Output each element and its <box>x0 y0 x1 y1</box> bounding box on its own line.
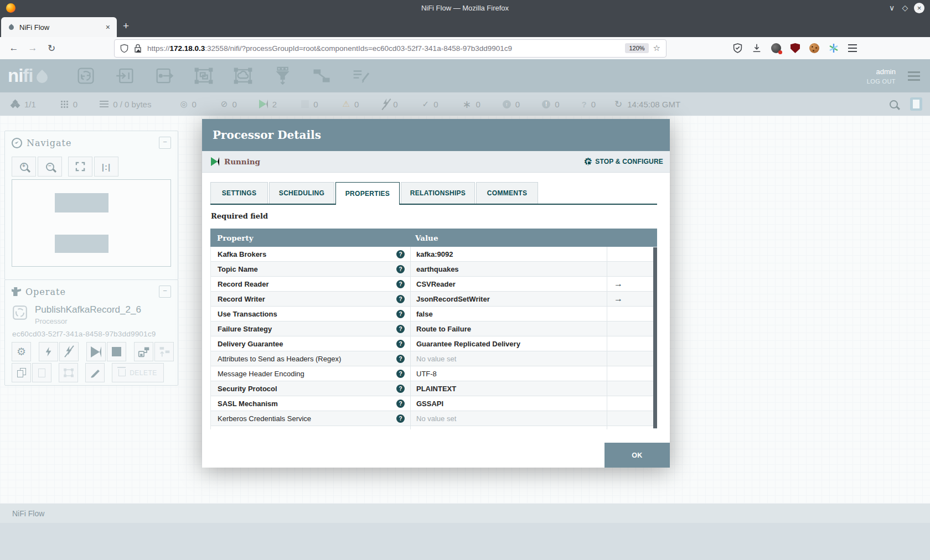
property-name: Security Protocol <box>218 385 396 393</box>
property-value[interactable]: false <box>410 307 607 321</box>
goto-cell <box>607 381 654 396</box>
forward-button[interactable]: → <box>23 43 42 54</box>
property-name: Record Reader <box>218 280 396 288</box>
tab-close-icon[interactable]: × <box>106 23 110 32</box>
tab-comments[interactable]: COMMENTS <box>476 182 538 204</box>
property-row[interactable]: Message Header Encoding?UTF-8 <box>211 366 657 381</box>
property-value[interactable]: No value set <box>410 351 607 366</box>
property-row[interactable]: Kafka Brokers?kafka:9092 <box>211 247 657 262</box>
extension-cookie-icon[interactable] <box>809 43 819 53</box>
help-icon[interactable]: ? <box>396 265 405 273</box>
bookmark-star-icon[interactable]: ☆ <box>653 43 660 53</box>
run-status-label: Running <box>224 157 260 166</box>
ok-button[interactable]: OK <box>604 443 670 468</box>
help-icon[interactable]: ? <box>396 370 405 378</box>
processor-details-dialog: Processor Details Running ⚙ STOP & CONFI… <box>202 119 670 468</box>
help-icon[interactable]: ? <box>396 340 405 348</box>
dialog-tabs: SETTINGS SCHEDULING PROPERTIES RELATIONS… <box>210 182 657 205</box>
stop-and-configure-button[interactable]: ⚙ STOP & CONFIGURE <box>584 157 663 167</box>
reload-button[interactable]: ↻ <box>42 43 61 54</box>
help-icon[interactable]: ? <box>396 250 405 258</box>
property-value[interactable]: UTF-8 <box>410 366 607 381</box>
property-row[interactable]: ?No value set <box>211 426 657 429</box>
property-value[interactable]: No value set <box>410 426 607 429</box>
property-row[interactable]: Attributes to Send as Headers (Regex)?No… <box>211 351 657 366</box>
browser-tabbar: NiFi Flow × + <box>0 15 930 37</box>
property-value[interactable]: kafka:9092 <box>410 247 607 261</box>
help-icon[interactable]: ? <box>396 280 405 288</box>
goto-cell <box>607 396 654 411</box>
tab-scheduling[interactable]: SCHEDULING <box>269 182 334 204</box>
property-name: Record Writer <box>218 295 396 303</box>
browser-toolbar: ← → ↻ https://172.18.0.3:32558/nifi/?pro… <box>0 37 930 60</box>
downloads-icon[interactable] <box>752 43 762 53</box>
property-row[interactable]: Use Transactions?false <box>211 307 657 322</box>
property-value[interactable]: JsonRecordSetWriter <box>410 292 607 306</box>
protections-shield-icon[interactable] <box>733 43 742 53</box>
scrollbar-thumb[interactable] <box>653 247 657 428</box>
shield-permissions-icon[interactable] <box>120 44 128 53</box>
goto-cell <box>607 322 654 336</box>
property-value[interactable]: Route to Failure <box>410 322 607 336</box>
help-icon[interactable]: ? <box>396 295 405 303</box>
help-icon[interactable]: ? <box>396 325 405 333</box>
goto-cell <box>607 262 654 276</box>
goto-cell <box>607 411 654 426</box>
property-row[interactable]: Failure Strategy?Route to Failure <box>211 322 657 336</box>
help-icon[interactable]: ? <box>396 355 405 363</box>
property-value[interactable]: No value set <box>410 411 607 426</box>
properties-table-body: Kafka Brokers?kafka:9092Topic Name?earth… <box>210 247 657 429</box>
table-scrollbar[interactable] <box>653 247 657 429</box>
dialog-header: Processor Details <box>202 119 670 151</box>
url-text[interactable]: https://172.18.0.3:32558/nifi/?processGr… <box>147 44 625 53</box>
help-icon[interactable]: ? <box>396 414 405 423</box>
property-name: Failure Strategy <box>218 325 396 333</box>
dialog-status-bar: Running ⚙ STOP & CONFIGURE <box>202 151 670 173</box>
property-value[interactable]: earthquakes <box>410 262 607 276</box>
goto-cell <box>607 336 654 351</box>
nifi-favicon <box>8 24 15 31</box>
property-row[interactable]: Security Protocol?PLAINTEXT <box>211 381 657 396</box>
help-icon[interactable]: ? <box>396 385 405 393</box>
lock-warning-icon[interactable] <box>134 44 142 53</box>
property-name: SASL Mechanism <box>218 400 396 408</box>
property-value[interactable]: CSVReader <box>410 277 607 291</box>
menu-hamburger-icon[interactable] <box>848 44 857 45</box>
help-icon[interactable]: ? <box>396 429 405 430</box>
property-row[interactable]: Record Writer?JsonRecordSetWriter→ <box>211 292 657 307</box>
extension-asterisk-icon[interactable] <box>829 43 839 53</box>
zoom-level-badge[interactable]: 120% <box>625 43 648 53</box>
property-row[interactable]: Delivery Guarantee?Guarantee Replicated … <box>211 336 657 351</box>
tab-title: NiFi Flow <box>19 23 106 32</box>
tab-properties[interactable]: PROPERTIES <box>335 182 400 205</box>
property-name: Kerberos Credentials Service <box>218 414 396 423</box>
help-icon[interactable]: ? <box>396 310 405 318</box>
tab-settings[interactable]: SETTINGS <box>210 182 268 204</box>
goto-service-icon[interactable]: → <box>614 294 623 304</box>
tab-relationships[interactable]: RELATIONSHIPS <box>401 182 475 204</box>
browser-tab[interactable]: NiFi Flow × <box>1 17 117 37</box>
back-button[interactable]: ← <box>4 43 23 54</box>
window-title: NiFi Flow — Mozilla Firefox <box>0 4 930 12</box>
properties-table: Property Value Kafka Brokers?kafka:9092T… <box>210 229 657 429</box>
help-icon[interactable]: ? <box>396 400 405 408</box>
window-titlebar: NiFi Flow — Mozilla Firefox ∨ ◇ × <box>0 0 930 15</box>
extension-ublock-icon[interactable] <box>790 43 800 53</box>
property-value[interactable]: GSSAPI <box>410 396 607 411</box>
goto-cell <box>607 366 654 381</box>
property-column-header: Property <box>210 234 410 242</box>
goto-cell <box>607 351 654 366</box>
property-row[interactable]: Topic Name?earthquakes <box>211 262 657 277</box>
goto-service-icon[interactable]: → <box>614 279 623 289</box>
property-value[interactable]: Guarantee Replicated Delivery <box>410 336 607 351</box>
table-header-row: Property Value <box>210 229 657 247</box>
extension-privacy-icon[interactable] <box>771 43 781 53</box>
property-row[interactable]: SASL Mechanism?GSSAPI <box>211 396 657 411</box>
url-bar[interactable]: https://172.18.0.3:32558/nifi/?processGr… <box>114 39 666 58</box>
new-tab-button[interactable]: + <box>123 20 129 32</box>
property-row[interactable]: Kerberos Credentials Service?No value se… <box>211 411 657 426</box>
property-value[interactable]: PLAINTEXT <box>410 381 607 396</box>
property-row[interactable]: Record Reader?CSVReader→ <box>211 277 657 292</box>
property-name: Message Header Encoding <box>218 370 396 378</box>
goto-cell <box>607 247 654 261</box>
